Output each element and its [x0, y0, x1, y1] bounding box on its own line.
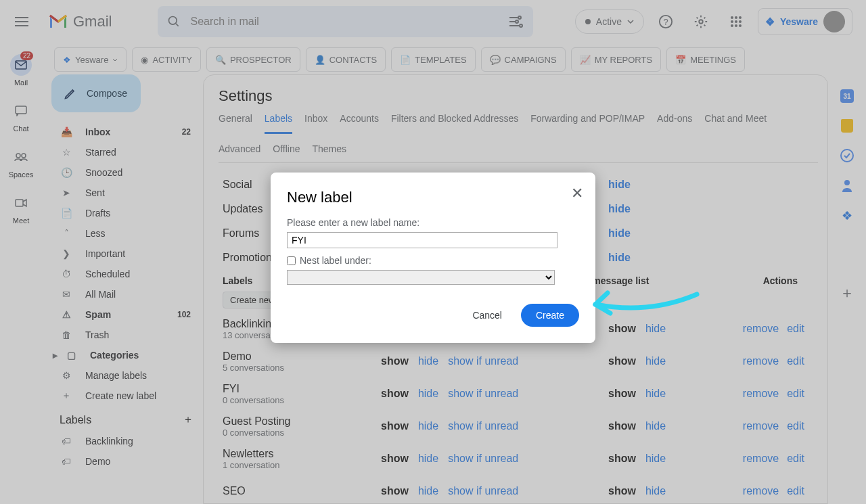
tab-chat-and-meet[interactable]: Chat and Meet — [704, 113, 767, 134]
sidebar-item-inbox[interactable]: 📥Inbox22 — [51, 122, 203, 142]
sidebar-item-snoozed[interactable]: 🕒Snoozed — [51, 162, 203, 183]
edit-link[interactable]: edit — [787, 420, 804, 432]
status-badge[interactable]: Active — [575, 9, 644, 34]
hide-link[interactable]: hide — [418, 420, 438, 432]
tab-accounts[interactable]: Accounts — [340, 113, 379, 134]
tab-forwarding-and-pop-imap[interactable]: Forwarding and POP/IMAP — [530, 113, 645, 134]
add-label-icon[interactable]: ＋ — [183, 413, 193, 427]
yesware-chip[interactable]: ❖ Yesware — [758, 8, 852, 35]
sidebar-item-starred[interactable]: ☆Starred — [51, 142, 203, 162]
remove-link[interactable]: remove — [743, 323, 779, 335]
hide-link[interactable]: hide — [645, 453, 666, 465]
hide-link[interactable]: hide — [418, 388, 438, 400]
hide-link[interactable]: hide — [418, 453, 438, 465]
sidebar-item-less[interactable]: ˄Less — [51, 223, 203, 244]
tab-advanced[interactable]: Advanced — [219, 143, 260, 162]
apps-button[interactable] — [723, 8, 750, 35]
sidebar-label-backlinking[interactable]: 🏷Backlinking — [51, 431, 203, 451]
edit-link[interactable]: edit — [787, 388, 804, 400]
show-if-unread-link[interactable]: show if unread — [448, 355, 518, 367]
edit-link[interactable]: edit — [787, 485, 804, 497]
help-button[interactable]: ? — [652, 8, 679, 35]
tab-themes[interactable]: Themes — [313, 143, 347, 162]
close-icon[interactable]: ✕ — [571, 185, 583, 202]
calendar-icon[interactable]: 31 — [840, 89, 854, 103]
hide-link[interactable]: hide — [645, 355, 666, 367]
hide-link[interactable]: hide — [645, 323, 666, 335]
yw-prospector[interactable]: 🔍PROSPECTOR — [206, 47, 300, 72]
show-link[interactable]: show — [608, 453, 636, 465]
show-if-unread-link[interactable]: show if unread — [448, 388, 518, 400]
main-menu-button[interactable] — [5, 5, 38, 38]
contacts-icon[interactable] — [841, 179, 853, 192]
sidebar-item-drafts[interactable]: 📄Drafts — [51, 203, 203, 223]
tab-general[interactable]: General — [219, 113, 252, 134]
yesware-brand-button[interactable]: ❖Yesware — [54, 47, 127, 72]
hide-link[interactable]: hide — [608, 227, 631, 239]
hide-link[interactable]: hide — [645, 388, 666, 400]
tune-icon[interactable] — [507, 14, 524, 30]
gmail-logo[interactable]: Gmail — [49, 13, 112, 30]
show-link[interactable]: show — [608, 420, 636, 432]
yw-meetings[interactable]: 📅MEETINGS — [666, 47, 745, 72]
yw-contacts[interactable]: 👤CONTACTS — [306, 47, 386, 72]
hide-link[interactable]: hide — [418, 485, 438, 497]
rail-mail[interactable]: 22 Mail — [10, 54, 32, 87]
remove-link[interactable]: remove — [743, 355, 779, 367]
yw-reports[interactable]: 📈MY REPORTS — [571, 47, 661, 72]
sidebar-item-spam[interactable]: ⚠Spam102 — [51, 304, 203, 325]
hide-link[interactable]: hide — [608, 252, 631, 264]
hide-link[interactable]: hide — [608, 203, 631, 215]
label-name-input[interactable] — [287, 232, 557, 248]
tab-inbox[interactable]: Inbox — [304, 113, 327, 134]
show-link[interactable]: show — [381, 388, 409, 400]
yesware-panel-icon[interactable]: ❖ — [842, 208, 852, 223]
tab-add-ons[interactable]: Add-ons — [657, 113, 692, 134]
edit-link[interactable]: edit — [787, 323, 804, 335]
tab-filters-and-blocked-addresses[interactable]: Filters and Blocked Addresses — [391, 113, 518, 134]
show-link[interactable]: show — [381, 485, 409, 497]
show-link[interactable]: show — [381, 420, 409, 432]
edit-link[interactable]: edit — [787, 453, 804, 465]
show-link[interactable]: show — [381, 355, 409, 367]
tab-labels[interactable]: Labels — [265, 113, 292, 134]
search-input[interactable] — [190, 16, 507, 28]
edit-link[interactable]: edit — [787, 355, 804, 367]
yw-activity[interactable]: ◉ACTIVITY — [132, 47, 201, 72]
sidebar-item-categories[interactable]: ▸▢Categories — [51, 345, 203, 365]
tasks-icon[interactable] — [840, 149, 854, 162]
rail-meet[interactable]: Meet — [10, 192, 32, 225]
hide-link[interactable]: hide — [645, 420, 666, 432]
remove-link[interactable]: remove — [743, 453, 779, 465]
show-if-unread-link[interactable]: show if unread — [448, 453, 518, 465]
show-link[interactable]: show — [381, 453, 409, 465]
remove-link[interactable]: remove — [743, 388, 779, 400]
search-box[interactable] — [158, 6, 533, 37]
show-link[interactable]: show — [608, 485, 636, 497]
show-if-unread-link[interactable]: show if unread — [448, 420, 518, 432]
keep-icon[interactable] — [841, 119, 853, 133]
rail-spaces[interactable]: Spaces — [9, 146, 34, 179]
create-button[interactable]: Create — [521, 304, 579, 327]
nest-parent-select[interactable] — [287, 270, 555, 285]
sidebar-item-trash[interactable]: 🗑Trash — [51, 325, 203, 345]
hide-link[interactable]: hide — [418, 355, 438, 367]
show-link[interactable]: show — [608, 355, 636, 367]
sidebar-label-demo[interactable]: 🏷Demo — [51, 451, 203, 472]
yw-templates[interactable]: 📄TEMPLATES — [391, 47, 475, 72]
sidebar-item-important[interactable]: ❯Important — [51, 244, 203, 264]
show-if-unread-link[interactable]: show if unread — [448, 485, 518, 497]
sidebar-item-manage-labels[interactable]: ⚙Manage labels — [51, 365, 203, 386]
hide-link[interactable]: hide — [608, 179, 631, 191]
remove-link[interactable]: remove — [743, 420, 779, 432]
show-link[interactable]: show — [608, 323, 636, 335]
add-panel-button[interactable]: ＋ — [840, 283, 854, 303]
rail-chat[interactable]: Chat — [10, 100, 32, 133]
sidebar-item-sent[interactable]: ➤Sent — [51, 183, 203, 203]
sidebar-item-scheduled[interactable]: ⏱Scheduled — [51, 264, 203, 284]
tab-offline[interactable]: Offline — [273, 143, 300, 162]
remove-link[interactable]: remove — [743, 485, 779, 497]
sidebar-item-all-mail[interactable]: ✉All Mail — [51, 284, 203, 304]
show-link[interactable]: show — [608, 388, 636, 400]
sidebar-item-create-new-label[interactable]: ＋Create new label — [51, 386, 203, 406]
